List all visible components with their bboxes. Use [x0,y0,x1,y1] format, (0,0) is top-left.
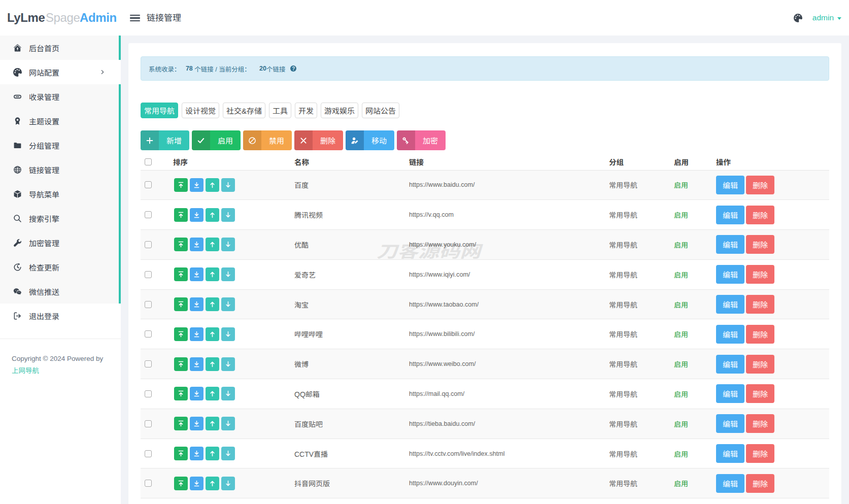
sort-up-button[interactable] [206,297,219,311]
sort-to-top-button[interactable] [174,327,188,341]
row-edit-button[interactable]: 编辑 [716,474,744,493]
sidebar-item-0[interactable]: 后台首页 [0,36,121,60]
add-button[interactable]: 新增 [141,130,189,150]
row-remove-button[interactable]: 删除 [746,384,774,403]
row-remove-button[interactable]: 删除 [746,414,774,433]
status-enabled-link[interactable]: 启用 [674,420,688,428]
sidebar-item-8[interactable]: 加密管理 [0,230,121,255]
row-remove-button[interactable]: 删除 [746,295,774,314]
tab-group-0[interactable]: 常用导航 [141,103,178,118]
sort-up-button[interactable] [206,238,219,251]
sort-down-button[interactable] [221,238,235,251]
row-remove-button[interactable]: 删除 [746,325,774,344]
sidebar-item-6[interactable]: 导航菜单 [0,182,121,206]
sort-to-top-button[interactable] [174,417,188,430]
sidebar-item-logout[interactable]: 退出登录 [0,304,121,328]
row-checkbox[interactable] [145,450,152,457]
sort-down-button[interactable] [221,387,235,400]
row-edit-button[interactable]: 编辑 [716,384,744,403]
status-enabled-link[interactable]: 启用 [674,480,688,488]
sort-to-bottom-button[interactable] [190,238,203,251]
row-checkbox[interactable] [145,330,152,338]
tab-group-5[interactable]: 游戏娱乐 [321,103,358,118]
sort-to-top-button[interactable] [174,208,188,222]
move-button[interactable]: 移动 [346,130,394,150]
tab-group-1[interactable]: 设计视觉 [182,103,219,118]
sort-down-button[interactable] [221,417,235,430]
sidebar-item-2[interactable]: 收录管理 [0,84,121,109]
row-remove-button[interactable]: 删除 [746,176,774,194]
user-dropdown[interactable]: admin [812,0,841,36]
sort-down-button[interactable] [221,327,235,341]
delete-button[interactable]: 删除 [294,130,343,150]
sort-down-button[interactable] [221,357,235,371]
sort-up-button[interactable] [206,178,219,192]
sort-down-button[interactable] [221,178,235,192]
row-edit-button[interactable]: 编辑 [716,206,744,224]
tab-group-2[interactable]: 社交&存储 [223,103,265,118]
row-edit-button[interactable]: 编辑 [716,325,744,344]
row-checkbox[interactable] [145,420,152,427]
row-remove-button[interactable]: 删除 [746,474,774,493]
row-remove-button[interactable]: 删除 [746,206,774,224]
row-checkbox[interactable] [145,301,152,308]
row-checkbox[interactable] [145,390,152,397]
sort-to-bottom-button[interactable] [190,477,203,490]
sort-down-button[interactable] [221,208,235,222]
sort-to-bottom-button[interactable] [190,417,203,430]
sidebar-item-4[interactable]: 分组管理 [0,133,121,157]
sort-to-bottom-button[interactable] [190,267,203,281]
select-all-checkbox[interactable] [145,158,152,165]
status-enabled-link[interactable]: 启用 [674,271,688,279]
sort-to-top-button[interactable] [174,357,188,371]
sort-to-top-button[interactable] [174,387,188,400]
tab-group-6[interactable]: 网站公告 [362,103,399,118]
status-enabled-link[interactable]: 启用 [674,390,688,398]
palette-icon[interactable] [794,14,802,22]
status-enabled-link[interactable]: 启用 [674,301,688,309]
row-remove-button[interactable]: 删除 [746,444,774,463]
row-remove-button[interactable]: 删除 [746,355,774,374]
sort-to-top-button[interactable] [174,447,188,460]
sidebar-item-7[interactable]: 搜索引擎 [0,206,121,230]
sort-to-top-button[interactable] [174,178,188,192]
sidebar-item-5[interactable]: 链接管理 [0,157,121,182]
sort-up-button[interactable] [206,267,219,281]
row-checkbox[interactable] [145,480,152,487]
sort-to-bottom-button[interactable] [190,178,203,192]
sidebar-item-9[interactable]: 检查更新 [0,255,121,279]
tab-group-4[interactable]: 开发 [295,103,317,118]
status-enabled-link[interactable]: 启用 [674,330,688,339]
sort-to-bottom-button[interactable] [190,447,203,460]
row-edit-button[interactable]: 编辑 [716,295,744,314]
status-enabled-link[interactable]: 启用 [674,360,688,368]
row-remove-button[interactable]: 删除 [746,265,774,284]
status-enabled-link[interactable]: 启用 [674,181,688,189]
status-enabled-link[interactable]: 启用 [674,450,688,458]
row-edit-button[interactable]: 编辑 [716,265,744,284]
row-checkbox[interactable] [145,241,152,248]
status-enabled-link[interactable]: 启用 [674,241,688,249]
sidebar-item-10[interactable]: 微信推送 [0,279,121,304]
row-edit-button[interactable]: 编辑 [716,355,744,374]
sidebar-item-1[interactable]: 网站配置 [0,60,121,84]
row-checkbox[interactable] [145,211,152,218]
row-edit-button[interactable]: 编辑 [716,414,744,433]
footer-link[interactable]: 上网导航 [12,365,39,377]
row-checkbox[interactable] [145,360,152,367]
sort-down-button[interactable] [221,447,235,460]
sort-up-button[interactable] [206,357,219,371]
sort-down-button[interactable] [221,297,235,311]
row-remove-button[interactable]: 删除 [746,235,774,254]
disable-button[interactable]: 禁用 [243,130,292,150]
sidebar-toggle-icon[interactable] [130,15,140,22]
sort-up-button[interactable] [206,327,219,341]
encrypt-button[interactable]: 加密 [397,130,446,150]
sort-to-bottom-button[interactable] [190,327,203,341]
row-checkbox[interactable] [145,181,152,188]
row-checkbox[interactable] [145,271,152,278]
status-enabled-link[interactable]: 启用 [674,211,688,219]
sort-to-bottom-button[interactable] [190,297,203,311]
sort-up-button[interactable] [206,477,219,490]
sort-to-top-button[interactable] [174,477,188,490]
